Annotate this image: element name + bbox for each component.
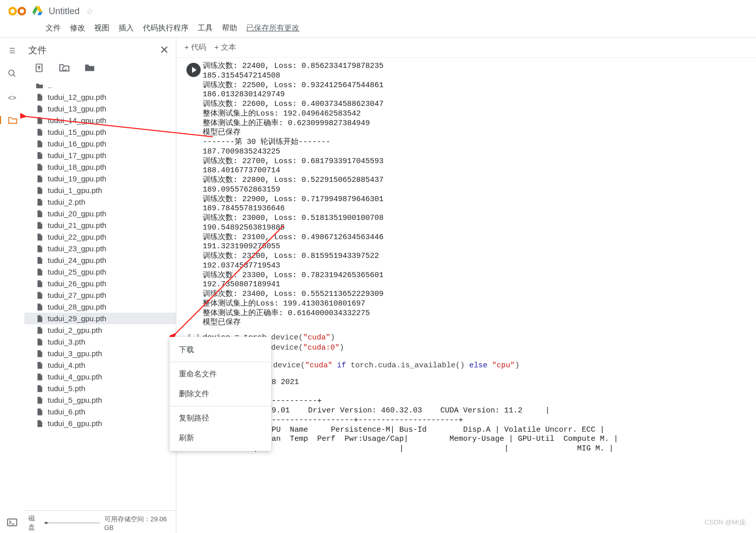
- menu-bar: 文件 修改 视图 插入 代码执行程序 工具 帮助 已保存所有更改: [0, 20, 756, 37]
- file-row[interactable]: tudui_6.pth: [24, 406, 176, 417]
- ctx-delete[interactable]: 删除文件: [170, 384, 271, 404]
- file-row[interactable]: tudui_26_gpu.pth: [24, 278, 176, 289]
- menu-file[interactable]: 文件: [46, 23, 61, 33]
- menu-insert[interactable]: 插入: [119, 23, 134, 33]
- svg-rect-11: [8, 519, 17, 525]
- svg-marker-1: [37, 12, 43, 15]
- ctx-download[interactable]: 下载: [170, 340, 271, 360]
- files-icon[interactable]: [0, 116, 24, 124]
- mount-drive-icon[interactable]: [84, 63, 95, 74]
- file-row[interactable]: tudui_29_gpu.pth: [24, 313, 176, 324]
- files-panel-title: 文件: [28, 44, 47, 56]
- file-row[interactable]: tudui_20_gpu.pth: [24, 208, 176, 219]
- file-row[interactable]: tudui_17_gpu.pth: [24, 149, 176, 161]
- ctx-rename[interactable]: 重命名文件: [170, 364, 271, 384]
- menu-help[interactable]: 帮助: [222, 23, 237, 33]
- add-text-button[interactable]: + 文本: [214, 43, 236, 52]
- file-row[interactable]: tudui_25_gpu.pth: [24, 266, 176, 278]
- terminal-icon[interactable]: [7, 518, 17, 528]
- file-row[interactable]: tudui_14_gpu.pth: [24, 115, 176, 126]
- cell-output: 训练次数: 22400, Loss: 0.8562334179878235 18…: [203, 62, 384, 328]
- drive-icon: [32, 6, 43, 16]
- file-row[interactable]: tudui_18_gpu.pth: [24, 161, 176, 173]
- file-context-menu: 下载 重命名文件 删除文件 复制路径 刷新: [170, 337, 271, 451]
- ctx-copy-path[interactable]: 复制路径: [170, 408, 271, 428]
- toc-icon[interactable]: ☰: [9, 47, 16, 55]
- parent-folder[interactable]: ..: [24, 80, 176, 91]
- svg-point-3: [9, 70, 14, 75]
- file-row[interactable]: tudui_22_gpu.pth: [24, 231, 176, 243]
- search-icon[interactable]: [8, 69, 17, 80]
- file-row[interactable]: tudui_15_gpu.pth: [24, 126, 176, 138]
- save-status: 已保存所有更改: [246, 23, 299, 33]
- file-row[interactable]: tudui_2_gpu.pth: [24, 324, 176, 336]
- svg-line-4: [13, 74, 15, 77]
- disk-available: 可用存储空间：29.06 GB: [104, 515, 172, 531]
- watermark: CSDN @Mr庞.: [705, 518, 748, 527]
- file-row[interactable]: tudui_5.pth: [24, 383, 176, 394]
- file-row[interactable]: tudui_2.pth: [24, 196, 176, 208]
- refresh-icon[interactable]: [59, 63, 70, 74]
- menu-view[interactable]: 视图: [94, 23, 109, 33]
- disk-usage-bar: [45, 522, 100, 524]
- close-icon[interactable]: ✕: [160, 44, 169, 57]
- ctx-refresh[interactable]: 刷新: [170, 428, 271, 448]
- file-row[interactable]: tudui_3.pth: [24, 336, 176, 348]
- colab-logo: [8, 2, 26, 20]
- file-row[interactable]: tudui_21_gpu.pth: [24, 219, 176, 231]
- file-row[interactable]: tudui_12_gpu.pth: [24, 91, 176, 103]
- file-row[interactable]: tudui_1_gpu.pth: [24, 184, 176, 196]
- file-row[interactable]: tudui_13_gpu.pth: [24, 103, 176, 115]
- code-snippet-icon[interactable]: <>: [8, 94, 16, 102]
- file-list: ..tudui_12_gpu.pthtudui_13_gpu.pthtudui_…: [24, 80, 176, 510]
- menu-edit[interactable]: 修改: [70, 23, 85, 33]
- upload-icon[interactable]: [34, 63, 45, 74]
- file-row[interactable]: tudui_4.pth: [24, 359, 176, 371]
- file-row[interactable]: tudui_6_gpu.pth: [24, 417, 176, 429]
- file-row[interactable]: tudui_16_gpu.pth: [24, 138, 176, 149]
- file-row[interactable]: tudui_27_gpu.pth: [24, 289, 176, 301]
- notebook-title[interactable]: Untitled: [49, 6, 80, 17]
- menu-tools[interactable]: 工具: [198, 23, 213, 33]
- file-row[interactable]: tudui_24_gpu.pth: [24, 254, 176, 266]
- file-row[interactable]: tudui_3_gpu.pth: [24, 348, 176, 359]
- star-icon[interactable]: ☆: [86, 6, 94, 17]
- run-cell-button[interactable]: [186, 63, 201, 77]
- menu-runtime[interactable]: 代码执行程序: [143, 23, 188, 33]
- file-row[interactable]: tudui_28_gpu.pth: [24, 301, 176, 313]
- disk-label: 磁盘: [28, 514, 41, 532]
- file-row[interactable]: tudui_5_gpu.pth: [24, 394, 176, 406]
- file-row[interactable]: tudui_23_gpu.pth: [24, 243, 176, 254]
- file-row[interactable]: tudui_4_gpu.pth: [24, 371, 176, 383]
- file-row[interactable]: tudui_19_gpu.pth: [24, 173, 176, 184]
- add-code-button[interactable]: + 代码: [184, 43, 206, 52]
